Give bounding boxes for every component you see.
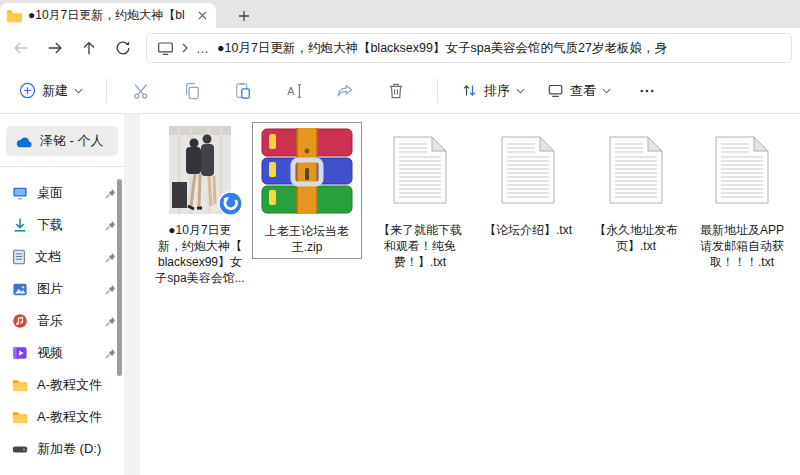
- pin-icon: [105, 252, 116, 263]
- explorer-tab[interactable]: ●10月7日更新，约炮大神【bl: [0, 3, 216, 28]
- sidebar-item-videos[interactable]: 视频: [0, 337, 124, 369]
- this-pc-icon: [157, 41, 174, 56]
- navigation-pane: 泽铭 - 个人 桌面 下载 文档 图片: [0, 114, 124, 475]
- back-icon[interactable]: [4, 32, 38, 64]
- sidebar-item-pictures[interactable]: 图片: [0, 273, 124, 305]
- tab-bar: ●10月7日更新，约炮大神【bl: [0, 0, 800, 28]
- chevron-down-icon: [516, 88, 525, 94]
- sidebar-item-downloads[interactable]: 下载: [0, 209, 124, 241]
- onedrive-cloud-icon: [14, 135, 32, 148]
- cut-icon[interactable]: [121, 74, 161, 108]
- sort-button[interactable]: 排序: [452, 76, 534, 106]
- breadcrumb-path[interactable]: ●10月7日更新，约炮大神【blacksex99】女子spa美容会馆的气质27岁…: [217, 40, 667, 57]
- paste-icon[interactable]: [223, 74, 263, 108]
- txt-file-icon: [715, 136, 769, 204]
- view-button[interactable]: 查看: [538, 76, 620, 106]
- sidebar-separator: [0, 166, 124, 167]
- drive-icon: [12, 445, 28, 454]
- tab-close-icon[interactable]: [194, 8, 210, 24]
- file-explorer-window: ●10月7日更新，约炮大神【bl …: [0, 0, 800, 475]
- file-item-zip[interactable]: 上老王论坛当老 王.zip: [252, 122, 362, 259]
- delete-icon[interactable]: [376, 74, 416, 108]
- music-icon: [12, 313, 28, 329]
- sidebar-item-documents[interactable]: 文档: [0, 241, 124, 273]
- file-name: 最新地址及APP 请发邮箱自动获 取！！！.txt: [700, 222, 784, 273]
- txt-file-icon: [609, 136, 663, 204]
- file-list-area: ●10月7日更 新，约炮大神【 blacksex99】女 子spa美容会馆...: [140, 114, 800, 475]
- address-bar[interactable]: … ●10月7日更新，约炮大神【blacksex99】女子spa美容会馆的气质2…: [146, 33, 792, 63]
- breadcrumb-ellipsis[interactable]: …: [196, 41, 209, 56]
- file-name: 【永久地址发布 页】.txt: [594, 222, 678, 257]
- sidebar-scrollbar[interactable]: [117, 179, 122, 376]
- toolbar-separator: [437, 79, 438, 103]
- winrar-icon: [261, 128, 353, 214]
- file-item-txt[interactable]: 最新地址及APP 请发邮箱自动获 取！！！.txt: [688, 122, 796, 273]
- pin-icon: [105, 284, 116, 295]
- file-item-txt[interactable]: 【来了就能下载 和观看！纯免 费！】.txt: [368, 122, 472, 273]
- file-name: 【论坛介绍】.txt: [484, 222, 572, 241]
- tab-title: ●10月7日更新，约炮大神【bl: [28, 7, 188, 24]
- rename-icon[interactable]: A: [274, 74, 314, 108]
- sidebar-item-partial[interactable]: [0, 465, 124, 475]
- file-name: 上老王论坛当老 王.zip: [265, 223, 349, 258]
- refresh-icon[interactable]: [106, 32, 140, 64]
- folder-icon: [12, 410, 28, 424]
- navigation-bar: … ●10月7日更新，约炮大神【blacksex99】女子spa美容会馆的气质2…: [0, 28, 800, 68]
- desktop-icon: [12, 186, 28, 201]
- new-button[interactable]: 新建: [10, 76, 92, 106]
- sidebar-item-folder[interactable]: A-教程文件: [0, 369, 124, 401]
- file-item-txt[interactable]: 【永久地址发布 页】.txt: [584, 122, 688, 257]
- chevron-down-icon: [602, 88, 611, 94]
- svg-text:A: A: [287, 84, 295, 96]
- folder-icon: [12, 378, 28, 392]
- sidebar-item-folder[interactable]: A-教程文件: [0, 401, 124, 433]
- txt-file-icon: [501, 136, 555, 204]
- sidebar-item-music[interactable]: 音乐: [0, 305, 124, 337]
- videos-icon: [12, 346, 28, 360]
- view-button-label: 查看: [570, 82, 596, 100]
- command-toolbar: 新建 A 排序 查看: [0, 68, 800, 114]
- new-tab-button[interactable]: [234, 6, 254, 26]
- more-options-icon[interactable]: [630, 74, 664, 108]
- pin-icon: [105, 348, 116, 359]
- forward-icon[interactable]: [38, 32, 72, 64]
- media-overlay-icon: [218, 191, 243, 216]
- folder-icon: [6, 9, 22, 23]
- share-icon[interactable]: [325, 74, 365, 108]
- sidebar-item-drive-d[interactable]: 新加卷 (D:): [0, 433, 124, 465]
- pin-icon: [105, 188, 116, 199]
- video-thumbnail: [169, 126, 231, 214]
- breadcrumb-chevron-icon: [182, 43, 188, 53]
- file-name: ●10月7日更 新，约炮大神【 blacksex99】女 子spa美容会馆...: [155, 222, 244, 289]
- pin-icon: [105, 316, 116, 327]
- txt-file-icon: [393, 136, 447, 204]
- sidebar-item-desktop[interactable]: 桌面: [0, 177, 124, 209]
- pictures-icon: [12, 282, 28, 297]
- file-item-txt[interactable]: 【论坛介绍】.txt: [476, 122, 580, 241]
- copy-icon[interactable]: [172, 74, 212, 108]
- sort-button-label: 排序: [484, 82, 510, 100]
- new-button-label: 新建: [42, 82, 68, 100]
- content-area: 泽铭 - 个人 桌面 下载 文档 图片: [0, 114, 800, 475]
- downloads-icon: [12, 217, 28, 233]
- sidebar-onedrive-label: 泽铭 - 个人: [40, 132, 104, 150]
- sidebar-item-onedrive[interactable]: 泽铭 - 个人: [6, 126, 118, 156]
- chevron-down-icon: [74, 88, 83, 94]
- file-item-video[interactable]: ●10月7日更 新，约炮大神【 blacksex99】女 子spa美容会馆...: [148, 122, 252, 289]
- toolbar-separator: [106, 79, 107, 103]
- file-name: 【来了就能下载 和观看！纯免 费！】.txt: [378, 222, 462, 273]
- pane-divider: [124, 114, 140, 475]
- pin-icon: [105, 220, 116, 231]
- documents-icon: [12, 249, 26, 265]
- up-icon[interactable]: [72, 32, 106, 64]
